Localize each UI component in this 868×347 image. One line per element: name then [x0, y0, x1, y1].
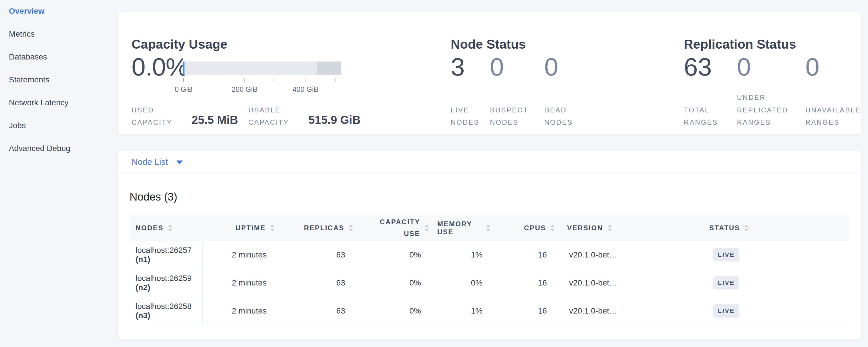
- column-header[interactable]: UPTIME: [203, 215, 277, 241]
- node-status-section: Node Status 3 LIVE NODES 0 SUSPECT NODES: [451, 12, 651, 134]
- node-status-title: Node Status: [451, 37, 526, 52]
- sidebar-item[interactable]: Jobs: [9, 121, 118, 130]
- status-cell: LIVE: [703, 241, 849, 269]
- node-list-dropdown[interactable]: Node List: [118, 151, 861, 172]
- capacity-bar-free-segment: [183, 62, 317, 75]
- replication-stat: 63 TOTAL RANGES: [684, 54, 737, 128]
- usable-capacity-value: 515.9 GiB: [308, 114, 360, 126]
- replication-status-title: Replication Status: [684, 37, 796, 52]
- live-status-badge: LIVE: [713, 276, 739, 289]
- column-header[interactable]: MEMORY USE: [431, 215, 493, 241]
- capacity-bar: [183, 62, 341, 75]
- axis-tick-label: 0 GiB: [175, 85, 193, 94]
- caret-down-icon: [177, 160, 183, 164]
- stat-value: 0: [490, 54, 544, 80]
- replication-status-section: Replication Status 63 TOTAL RANGES 0 UND…: [684, 12, 861, 134]
- capacity-bar-used-segment: [183, 62, 184, 75]
- sidebar-item[interactable]: Metrics: [9, 30, 118, 38]
- sort-icon: [270, 225, 275, 231]
- node-status-stat: 3 LIVE NODES: [451, 54, 490, 128]
- sidebar-item[interactable]: Databases: [9, 53, 118, 61]
- stat-label: UNAVAILABLE RANGES: [805, 104, 863, 128]
- sidebar-item[interactable]: Advanced Debug: [9, 144, 118, 153]
- table-header-row: NODES UPTIME: [129, 215, 849, 241]
- node-address-cell: localhost:26259 (n2): [129, 269, 203, 297]
- column-header[interactable]: REPLICAS: [277, 215, 355, 241]
- stat-label: SUSPECT NODES: [490, 104, 533, 128]
- stat-label: TOTAL RANGES: [684, 104, 737, 128]
- sidebar: Overview Metrics Databases Statements Ne…: [0, 0, 118, 347]
- live-status-badge: LIVE: [713, 304, 739, 318]
- node-address-cell: localhost:26258 (n3): [129, 297, 203, 325]
- memory-use-cell: 1%: [431, 297, 493, 325]
- stat-value: 0: [805, 54, 863, 80]
- capacity-percent: 0.0%: [131, 54, 188, 80]
- node-status-stat: 0 SUSPECT NODES: [490, 54, 544, 128]
- used-capacity-label: USED CAPACITY: [131, 104, 183, 128]
- stat-label: LIVE NODES: [451, 104, 490, 128]
- node-table-container: Nodes (3) NODES: [118, 191, 861, 325]
- capacity-axis: 0 GiB 200 GiB 400 GiB: [183, 78, 341, 95]
- stat-value: 0: [544, 54, 587, 80]
- memory-use-cell: 0%: [431, 269, 493, 297]
- usable-capacity-label: USABLE CAPACITY: [248, 104, 299, 128]
- nodes-table: NODES UPTIME: [129, 215, 849, 325]
- usable-capacity-stat: USABLE CAPACITY 515.9 GiB: [248, 104, 360, 128]
- sort-icon: [168, 225, 173, 231]
- cpus-cell: 16: [493, 241, 557, 269]
- axis-tick-label: 200 GiB: [231, 85, 257, 94]
- capacity-usage-section: Capacity Usage 0.0% 0 GiB 200 GiB 400 Gi…: [131, 12, 449, 134]
- capacity-use-cell: 0%: [355, 297, 431, 325]
- capacity-bar-other-segment: [317, 62, 341, 75]
- capacity-stats: USED CAPACITY 25.5 MiB USABLE CAPACITY 5…: [131, 104, 361, 128]
- status-cell: LIVE: [703, 297, 849, 325]
- replication-stat: 0 UNDER-REPLICATED RANGES: [737, 54, 805, 128]
- column-header[interactable]: CPUS: [493, 215, 557, 241]
- memory-use-cell: 1%: [431, 241, 493, 269]
- node-list-card: Node List Nodes (3) NODES: [118, 151, 861, 339]
- sidebar-item[interactable]: Network Latency: [9, 98, 118, 107]
- live-status-badge: LIVE: [713, 248, 739, 261]
- stat-label: UNDER-REPLICATED RANGES: [737, 91, 797, 128]
- capacity-usage-title: Capacity Usage: [131, 37, 227, 52]
- used-capacity-value: 25.5 MiB: [192, 114, 238, 126]
- main-content: Capacity Usage 0.0% 0 GiB 200 GiB 400 Gi…: [118, 0, 861, 347]
- node-status-stats: 3 LIVE NODES 0 SUSPECT NODES 0 DEAD NODE…: [451, 54, 587, 128]
- column-header[interactable]: STATUS: [703, 215, 849, 241]
- node-address-cell: localhost:26257 (n1): [129, 241, 203, 269]
- uptime-cell: 2 minutes: [203, 241, 277, 269]
- sort-icon: [550, 225, 555, 231]
- used-capacity-stat: USED CAPACITY 25.5 MiB: [131, 104, 238, 128]
- replicas-cell: 63: [277, 297, 355, 325]
- cluster-summary-card: Capacity Usage 0.0% 0 GiB 200 GiB 400 Gi…: [118, 12, 861, 134]
- table-row: localhost:26258 (n3) 2 minutes 63 0% 1% …: [129, 297, 849, 325]
- stat-value: 3: [451, 54, 490, 80]
- column-header[interactable]: VERSION: [557, 215, 703, 241]
- admin-ui-overview-page: Overview Metrics Databases Statements Ne…: [0, 0, 868, 347]
- node-status-stat: 0 DEAD NODES: [544, 54, 587, 128]
- capacity-bar-chart: 0 GiB 200 GiB 400 GiB: [183, 62, 341, 75]
- status-cell: LIVE: [703, 269, 849, 297]
- replicas-cell: 63: [277, 241, 355, 269]
- version-cell: v20.1.0-bet…: [557, 297, 703, 325]
- capacity-use-cell: 0%: [355, 241, 431, 269]
- replication-stat: 0 UNAVAILABLE RANGES: [805, 54, 863, 128]
- sort-icon: [425, 225, 429, 231]
- table-row: localhost:26257 (n1) 2 minutes 63 0% 1% …: [129, 241, 849, 269]
- sort-icon: [608, 225, 612, 231]
- table-row: localhost:26259 (n2) 2 minutes 63 0% 0% …: [129, 269, 849, 297]
- node-list-dropdown-label: Node List: [131, 157, 168, 167]
- sort-icon: [486, 225, 491, 231]
- replication-status-stats: 63 TOTAL RANGES 0 UNDER-REPLICATED RANGE…: [684, 54, 864, 128]
- sidebar-item[interactable]: Statements: [9, 75, 118, 84]
- stat-value: 63: [684, 54, 737, 80]
- stat-value: 0: [737, 54, 805, 80]
- axis-tick-label: 400 GiB: [292, 85, 318, 94]
- nodes-heading: Nodes (3): [129, 191, 849, 203]
- column-header[interactable]: CAPACITY USE: [355, 215, 431, 241]
- uptime-cell: 2 minutes: [203, 297, 277, 325]
- uptime-cell: 2 minutes: [203, 269, 277, 297]
- stat-label: DEAD NODES: [544, 104, 587, 128]
- sidebar-item[interactable]: Overview: [9, 7, 118, 15]
- column-header[interactable]: NODES: [129, 215, 203, 241]
